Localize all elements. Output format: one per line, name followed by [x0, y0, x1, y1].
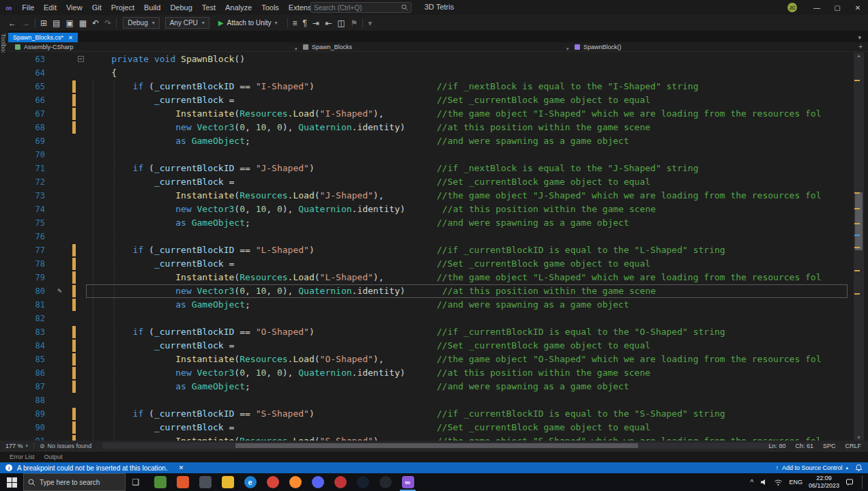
- fold-collapse-icon[interactable]: −: [78, 56, 84, 62]
- taskbar-app-icon[interactable]: [194, 473, 216, 491]
- toolbar-icon[interactable]: ↷: [102, 18, 114, 28]
- platform-dropdown[interactable]: Any CPU ▾: [165, 17, 209, 29]
- minimize-button[interactable]: —: [807, 0, 827, 15]
- vertical-scrollbar[interactable]: ▲ ▼: [854, 53, 864, 441]
- close-tab-icon[interactable]: ✕: [68, 35, 73, 41]
- tab-error-list[interactable]: Error List: [10, 453, 35, 460]
- debug-target-dropdown[interactable]: Debug ▾: [123, 17, 159, 29]
- dismiss-message-icon[interactable]: ✕: [179, 464, 184, 471]
- menu-project[interactable]: Project: [106, 1, 139, 14]
- code-editor[interactable]: 63− private void SpawnBlock()64 {65 if (…: [0, 53, 868, 441]
- toolbar-icon[interactable]: ←: [5, 18, 19, 28]
- document-list-chevron-icon[interactable]: ▾: [858, 34, 861, 41]
- gutter-tool-icon[interactable]: ✎: [57, 284, 68, 298]
- code-line[interactable]: 84 _currentBlock =//Set _currentBlock ga…: [0, 339, 852, 353]
- maximize-button[interactable]: ▢: [827, 0, 848, 15]
- code-line[interactable]: 73 Instantiate(Resources.Load("J-Shaped"…: [0, 189, 852, 203]
- menu-analyze[interactable]: Analyze: [220, 1, 257, 14]
- menu-debug[interactable]: Debug: [165, 1, 197, 14]
- tab-spawn-blocks[interactable]: Spawn_Blocks.cs* ✕: [8, 33, 78, 42]
- toolbar-icon[interactable]: →: [19, 18, 33, 28]
- toolbar-icon[interactable]: ≡: [290, 18, 300, 28]
- taskbar-search-input[interactable]: Type here to search: [23, 473, 126, 491]
- line-ending-indicator[interactable]: CRLF: [845, 443, 861, 449]
- taskbar-app-icon[interactable]: [149, 473, 171, 491]
- code-line[interactable]: 76: [0, 230, 852, 243]
- quick-search-input[interactable]: Search (Ctrl+Q): [310, 2, 411, 13]
- code-line[interactable]: 69 as GameObject;//and were spawning as …: [0, 134, 852, 148]
- toolbar-icon[interactable]: ⚑: [348, 18, 361, 28]
- taskbar-app-icon[interactable]: [216, 473, 239, 491]
- code-line[interactable]: 70: [0, 148, 852, 162]
- code-line[interactable]: 74 new Vector3(0, 10, 0), Quaternion.ide…: [0, 203, 852, 216]
- toolbar-icon[interactable]: ▾: [365, 18, 375, 28]
- code-line[interactable]: 64 {: [0, 66, 852, 80]
- taskbar-app-icon[interactable]: [329, 473, 351, 491]
- toolbar-icon[interactable]: ↶: [89, 18, 102, 28]
- toolbar-icon[interactable]: ⊞: [38, 18, 50, 28]
- toolbar-icon[interactable]: ⇥: [310, 18, 322, 28]
- breadcrumb-member[interactable]: SpawnBlock(): [575, 42, 622, 51]
- code-line[interactable]: 87 as GameObject;//and were spawning as …: [0, 380, 852, 393]
- scrollbar-thumb[interactable]: [235, 443, 638, 448]
- code-line[interactable]: 78 _currentBlock =//Set _currentBlock ga…: [0, 257, 852, 271]
- volume-icon[interactable]: [760, 478, 768, 486]
- toolbar-icon[interactable]: ▤: [50, 18, 63, 28]
- menu-file[interactable]: File: [17, 1, 39, 14]
- tab-output[interactable]: Output: [44, 453, 63, 460]
- space-mode-indicator[interactable]: SPC: [823, 443, 836, 449]
- toolbar-icon[interactable]: ◫: [334, 18, 347, 28]
- code-line[interactable]: 68 new Vector3(0, 10, 0), Quaternion.ide…: [0, 121, 852, 134]
- code-line[interactable]: 90 _currentBlock =//Set _currentBlock ga…: [0, 421, 852, 434]
- code-line[interactable]: 80✎ new Vector3(0, 10, 0), Quaternion.id…: [0, 284, 852, 298]
- user-avatar[interactable]: JC: [787, 3, 797, 12]
- taskbar-app-icon[interactable]: [374, 473, 396, 491]
- close-button[interactable]: ✕: [848, 0, 868, 15]
- taskbar-app-icon[interactable]: [261, 473, 284, 491]
- code-line[interactable]: 91 Instantiate(Resources.Load("S-Shaped"…: [0, 434, 852, 441]
- action-center-icon[interactable]: [845, 478, 854, 486]
- code-line[interactable]: 79 Instantiate(Resources.Load("L-Shaped"…: [0, 271, 852, 284]
- code-line[interactable]: 75 as GameObject;//and were spawning as …: [0, 216, 852, 230]
- toolbar-icon[interactable]: ¶: [300, 18, 310, 28]
- scrollbar-thumb[interactable]: [855, 192, 863, 250]
- menu-git[interactable]: Git: [87, 1, 106, 14]
- issues-indicator[interactable]: ⊘ No issues found: [34, 443, 97, 449]
- attach-to-unity-button[interactable]: ▶ Attach to Unity ▾: [214, 17, 283, 29]
- code-line[interactable]: 77 if (_currentBlockID == "L-Shaped")//i…: [0, 243, 852, 257]
- code-line[interactable]: 86 new Vector3(0, 10, 0), Quaternion.ide…: [0, 366, 852, 380]
- taskbar-app-icon[interactable]: ∞: [396, 473, 419, 491]
- plus-icon[interactable]: +: [858, 43, 863, 50]
- horizontal-scrollbar[interactable]: [102, 443, 772, 449]
- code-line[interactable]: 81 as GameObject;//and were spawning as …: [0, 298, 852, 312]
- network-icon[interactable]: [774, 479, 783, 486]
- menu-tools[interactable]: Tools: [257, 1, 284, 14]
- menu-test[interactable]: Test: [197, 1, 220, 14]
- code-line[interactable]: 82: [0, 312, 852, 325]
- toolbar-icon[interactable]: ⇤: [322, 18, 334, 28]
- language-indicator[interactable]: ENG: [789, 479, 802, 486]
- taskbar-app-icon[interactable]: e: [239, 473, 261, 491]
- notifications-bell-icon[interactable]: [855, 464, 863, 472]
- code-line[interactable]: 63− private void SpawnBlock(): [0, 53, 852, 66]
- code-line[interactable]: 72 _currentBlock =//Set _currentBlock ga…: [0, 175, 852, 189]
- breadcrumb-file[interactable]: Spawn_Blocks: [303, 42, 352, 51]
- toolbar-icon[interactable]: ▦: [76, 18, 89, 28]
- taskbar-app-icon[interactable]: [171, 473, 194, 491]
- menu-build[interactable]: Build: [139, 1, 165, 14]
- code-line[interactable]: 66 _currentBlock =//Set _currentBlock ga…: [0, 93, 852, 107]
- task-view-icon[interactable]: ❑: [126, 477, 146, 487]
- add-to-source-control-button[interactable]: ↑ Add to Source Control ▴: [775, 464, 848, 471]
- toolbar-icon[interactable]: ▣: [63, 18, 76, 28]
- show-desktop-button[interactable]: [862, 475, 864, 489]
- menu-view[interactable]: View: [61, 1, 87, 14]
- zoom-control[interactable]: 177 % ▾: [0, 443, 34, 449]
- code-line[interactable]: 89 if (_currentBlockID == "S-Shaped")//i…: [0, 407, 852, 421]
- hidden-icons-chevron-icon[interactable]: ^: [750, 478, 753, 486]
- code-line[interactable]: 67 Instantiate(Resources.Load("I-Shaped"…: [0, 107, 852, 121]
- code-line[interactable]: 85 Instantiate(Resources.Load("O-Shaped"…: [0, 353, 852, 366]
- code-line[interactable]: 65 if (_currentBlockID == "I-Shaped")//i…: [0, 80, 852, 93]
- code-line[interactable]: 71 if (_currentBlockID == "J-Shaped")//i…: [0, 162, 852, 175]
- taskbar-clock[interactable]: 22:09 06/12/2023: [809, 475, 839, 490]
- code-line[interactable]: 83 if (_currentBlockID == "O-Shaped")//i…: [0, 325, 852, 339]
